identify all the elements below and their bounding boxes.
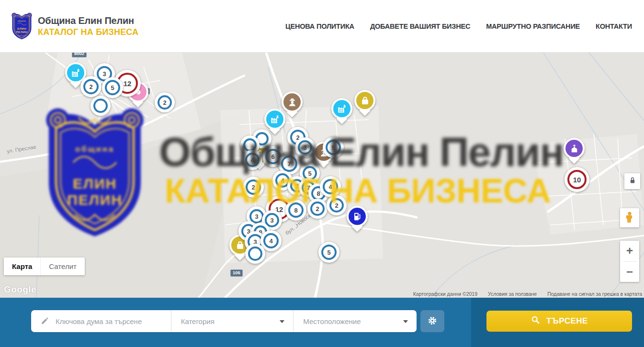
site-header: община ЕЛИН ПЕЛИН Община Елин Пелин КАТА… <box>0 0 644 53</box>
cluster-marker[interactable]: 2 <box>80 76 102 97</box>
lock-icon <box>628 176 637 187</box>
fuel-pin[interactable] <box>346 206 368 233</box>
church-icon <box>569 143 580 154</box>
factory-icon <box>70 67 81 78</box>
zoom-control: + − <box>620 241 639 282</box>
pegman-icon <box>623 211 636 225</box>
nav-route-schedule[interactable]: МАРШРУТНО РАЗПИСАНИЕ <box>486 22 580 30</box>
page: община ЕЛИН ПЕЛИН Община Елин Пелин КАТА… <box>0 0 644 347</box>
municipality-crest-logo: община ЕЛИН ПЕЛИН <box>11 12 33 40</box>
factory-pin[interactable] <box>331 98 353 125</box>
map-attribution: Картографски данни ©2019 Условия за полз… <box>413 291 642 297</box>
pencil-icon <box>31 316 56 327</box>
search-bar: Категория Местоположение ТЪРСЕНЕ <box>0 298 644 347</box>
brand[interactable]: община ЕЛИН ПЕЛИН Община Елин Пелин КАТА… <box>11 12 138 40</box>
cluster-marker[interactable]: 5 <box>318 242 339 263</box>
terms-link[interactable]: Условия за ползване <box>488 291 537 297</box>
map-canvas[interactable]: ул. Преславбул. „Новоселлци“8002105 3212… <box>0 53 644 298</box>
svg-text:ЕЛИН: ЕЛИН <box>17 27 26 30</box>
factory-icon <box>270 114 281 125</box>
cluster-marker[interactable]: 2 <box>327 195 347 215</box>
site-title: Община Елин Пелин <box>38 15 138 26</box>
main-nav: ЦЕНОВА ПОЛИТИКА ДОБАВЕТЕ ВАШИЯТ БИЗНЕС М… <box>285 22 632 30</box>
nav-pricing-policy[interactable]: ЦЕНОВА ПОЛИТИКА <box>285 22 354 30</box>
search-button[interactable]: ТЪРСЕНЕ <box>486 311 632 332</box>
road-badge: 105 <box>230 269 243 277</box>
keyword-section <box>31 310 171 332</box>
bag-icon <box>235 240 246 251</box>
cluster-marker[interactable]: 5 <box>102 77 123 98</box>
worker-icon <box>287 97 298 108</box>
zoom-in-button[interactable]: + <box>620 241 639 261</box>
cluster-marker[interactable]: 2 <box>307 199 328 219</box>
cluster-marker[interactable]: 4 <box>320 176 341 197</box>
cluster-marker[interactable]: 4 <box>242 150 262 170</box>
gear-icon <box>427 315 438 327</box>
fuel-icon <box>352 211 363 222</box>
map-type-control: Карта Сателит <box>4 257 85 275</box>
cluster-marker[interactable]: 10 <box>565 167 589 192</box>
search-input-group: Категория Местоположение <box>31 310 417 332</box>
road-badge: 8002 <box>72 53 87 57</box>
cluster-marker[interactable]: 2 <box>155 92 175 112</box>
site-subtitle: КАТАЛОГ НА БИЗНЕСА <box>38 27 138 37</box>
svg-text:община: община <box>18 20 26 22</box>
category-select[interactable]: Категория <box>171 310 294 332</box>
map-view-button[interactable]: Карта <box>4 257 40 275</box>
nav-contacts[interactable]: КОНТАКТИ <box>596 22 632 30</box>
cluster-marker[interactable]: 2 <box>243 177 264 198</box>
nav-add-your-business[interactable]: ДОБАВЕТЕ ВАШИЯТ БИЗНЕС <box>370 22 470 30</box>
bag-pin[interactable] <box>354 90 376 117</box>
lock-button[interactable] <box>624 173 640 189</box>
church-pin[interactable] <box>563 138 585 165</box>
factory-icon <box>337 103 348 114</box>
search-button-label: ТЪРСЕНЕ <box>546 316 588 326</box>
bag-icon <box>360 95 371 106</box>
svg-text:ПЕЛИН: ПЕЛИН <box>16 30 27 34</box>
location-select[interactable]: Местоположение <box>294 310 417 332</box>
zoom-out-button[interactable]: − <box>620 262 639 282</box>
search-icon <box>531 315 541 327</box>
cluster-marker[interactable]: 5 <box>323 137 344 158</box>
cluster-marker[interactable]: 8 <box>285 200 306 221</box>
report-error-link[interactable]: Подаване на сигнал за грешка в картата <box>547 291 642 297</box>
map-copyright: Картографски данни ©2019 <box>413 291 477 297</box>
satellite-view-button[interactable]: Сателит <box>40 257 85 275</box>
google-logo[interactable]: Google <box>4 284 36 295</box>
cluster-marker[interactable] <box>245 244 265 264</box>
chevron-down-icon <box>403 320 408 323</box>
cluster-marker[interactable]: 3 <box>295 137 315 157</box>
keyword-input[interactable] <box>56 317 166 325</box>
settings-button[interactable] <box>420 310 444 332</box>
street-view-pegman-button[interactable] <box>620 208 639 227</box>
chevron-down-icon <box>280 320 284 323</box>
cluster-marker[interactable] <box>90 96 111 116</box>
